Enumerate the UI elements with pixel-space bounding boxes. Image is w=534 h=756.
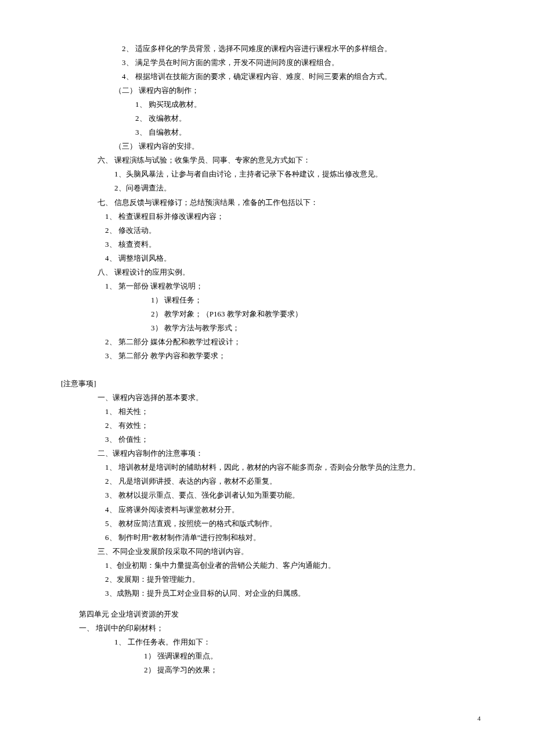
text-line: 2、 凡是培训师讲授、表达的内容，教材不必重复。	[61, 474, 473, 488]
text-line: （二） 课程内容的制作；	[61, 84, 473, 98]
blank-line	[61, 600, 473, 607]
text-line: 3、 核查资料。	[61, 237, 473, 251]
text-line: 1、头脑风暴法，让参与者自由讨论，主持者记录下各种建议，提炼出修改意见。	[61, 167, 473, 181]
text-line: [注意事项]	[61, 377, 473, 391]
text-line: 3、成熟期：提升员工对企业目标的认同、对企业的归属感。	[61, 586, 473, 600]
text-line: 5、 教材应简洁直观，按照统一的格式和版式制作。	[61, 517, 473, 531]
document-page: 2、 适应多样化的学员背景，选择不同难度的课程内容进行课程水平的多样组合。3、 …	[0, 0, 534, 756]
text-line: 2、 第二部分 媒体分配和教学过程设计；	[61, 335, 473, 349]
text-line: 1、 第一部份 课程教学说明；	[61, 279, 473, 293]
text-line: （三） 课程内容的安排。	[61, 139, 473, 153]
text-line: 6、 制作时用“教材制作清单”进行控制和核对。	[61, 531, 473, 545]
text-line: 3） 教学方法与教学形式；	[61, 321, 473, 335]
text-line: 2、 改编教材。	[61, 111, 473, 125]
text-line: 七、 信息反馈与课程修订；总结预演结果，准备的工作包括以下：	[61, 196, 473, 210]
text-line: 3、 自编教材。	[61, 125, 473, 139]
page-number: 4	[478, 712, 481, 724]
text-line: 1、 培训教材是培训时的辅助材料，因此，教材的内容不能多而杂，否则会分散学员的注…	[61, 460, 473, 474]
blank-line	[61, 363, 473, 377]
text-line: 八、 课程设计的应用实例。	[61, 265, 473, 279]
text-line: 2、 有效性；	[61, 419, 473, 433]
text-line: 1） 课程任务；	[61, 293, 473, 307]
document-body: 2、 适应多样化的学员背景，选择不同难度的课程内容进行课程水平的多样组合。3、 …	[61, 42, 473, 677]
text-line: 二、课程内容制作的注意事项：	[61, 447, 473, 460]
text-line: 3、 满足学员在时间方面的需求，开发不同进间跨度的课程组合。	[61, 56, 473, 70]
text-line: 1、 相关性；	[61, 405, 473, 419]
text-line: 4、 调整培训风格。	[61, 251, 473, 265]
text-line: 六、 课程演练与试验；收集学员、同事、专家的意见方式如下：	[61, 153, 473, 167]
text-line: 3、 教材以提示重点、要点、强化参训者认知为重要功能。	[61, 488, 473, 502]
text-line: 1、 检查课程目标并修改课程内容；	[61, 210, 473, 224]
text-line: 2） 教学对象；（P163 教学对象和教学要求）	[61, 307, 473, 321]
text-line: 一、课程内容选择的基本要求。	[61, 391, 473, 405]
text-line: 2、 适应多样化的学员背景，选择不同难度的课程内容进行课程水平的多样组合。	[61, 42, 473, 56]
text-line: 3、 价值性；	[61, 433, 473, 447]
text-line: 一、 培训中的印刷材料；	[61, 621, 473, 635]
text-line: 第四单元 企业培训资源的开发	[61, 607, 473, 621]
text-line: 1、 工作任务表。作用如下：	[61, 635, 473, 649]
text-line: 2） 提高学习的效果；	[61, 663, 473, 677]
text-line: 1、创业初期：集中力量提高创业者的营销公关能力、客户沟通能力。	[61, 559, 473, 573]
text-line: 三、不同企业发展阶段采取不同的培训内容。	[61, 545, 473, 559]
text-line: 2、发展期：提升管理能力。	[61, 573, 473, 586]
text-line: 2、问卷调查法。	[61, 181, 473, 195]
text-line: 4、 应将课外阅读资料与课堂教材分开。	[61, 503, 473, 517]
text-line: 4、 根据培训在技能方面的要求，确定课程内容、难度、时间三要素的组合方式。	[61, 70, 473, 84]
text-line: 1） 强调课程的重点。	[61, 649, 473, 663]
text-line: 2、 修改活动。	[61, 224, 473, 237]
text-line: 3、 第二部分 教学内容和教学要求；	[61, 349, 473, 363]
text-line: 1、 购买现成教材。	[61, 98, 473, 111]
